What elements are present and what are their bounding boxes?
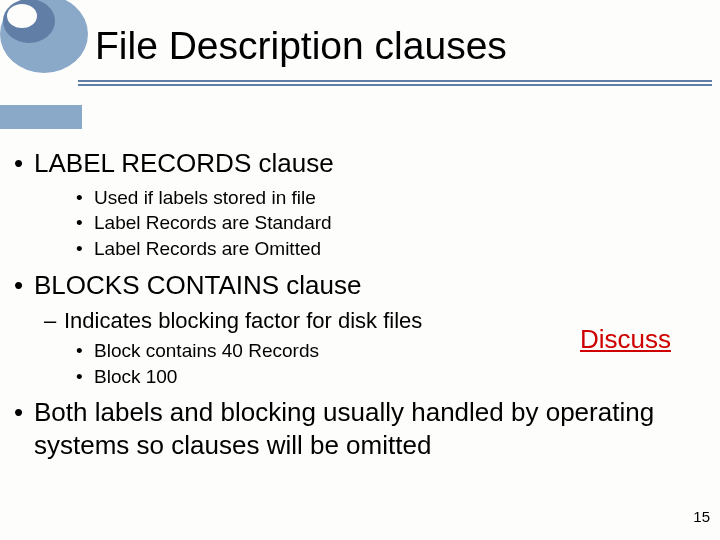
title-divider	[78, 80, 712, 86]
slide-body: LABEL RECORDS clause Used if labels stor…	[10, 147, 705, 467]
slide-title: File Description clauses	[95, 25, 720, 68]
subbullet: Label Records are Standard	[10, 211, 705, 235]
subbullet: Block 100	[10, 365, 705, 389]
subbullet: Label Records are Omitted	[10, 237, 705, 261]
accent-band	[0, 105, 82, 129]
page-number: 15	[693, 508, 710, 525]
subbullet: Used if labels stored in file	[10, 186, 705, 210]
bullet-blocks-contains: BLOCKS CONTAINS clause	[10, 269, 705, 302]
discuss-callout: Discuss	[580, 324, 671, 355]
bullet-label-records: LABEL RECORDS clause	[10, 147, 705, 180]
slide-header: File Description clauses	[0, 0, 720, 140]
bullet-summary: Both labels and blocking usually handled…	[10, 396, 705, 461]
